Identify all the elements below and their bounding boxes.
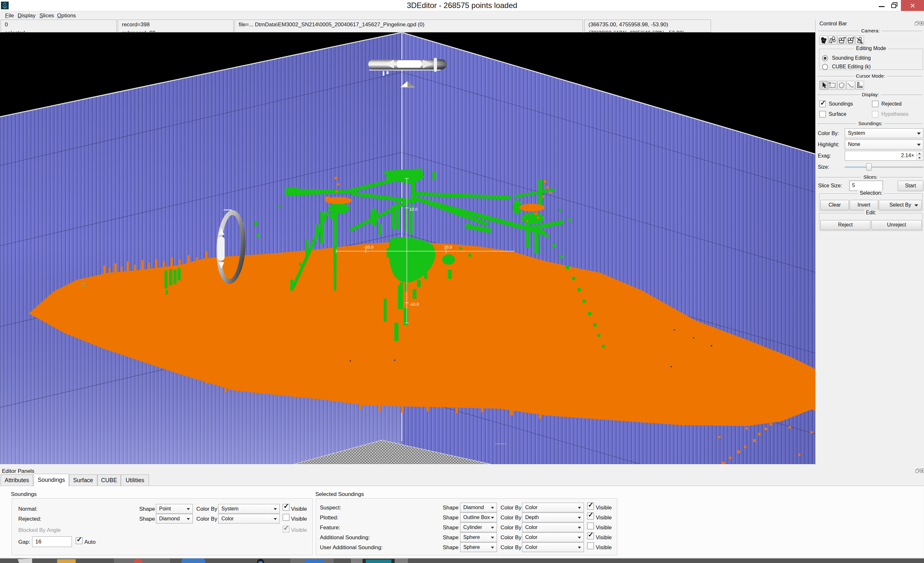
svg-text:-10.0: -10.0 bbox=[410, 302, 419, 307]
svg-text:10.0: 10.0 bbox=[410, 207, 417, 212]
svg-text:N: N bbox=[844, 36, 846, 39]
svg-text:E: E bbox=[853, 36, 855, 39]
svg-text:20.0: 20.0 bbox=[444, 245, 452, 250]
svg-text:-20.0: -20.0 bbox=[364, 245, 374, 250]
